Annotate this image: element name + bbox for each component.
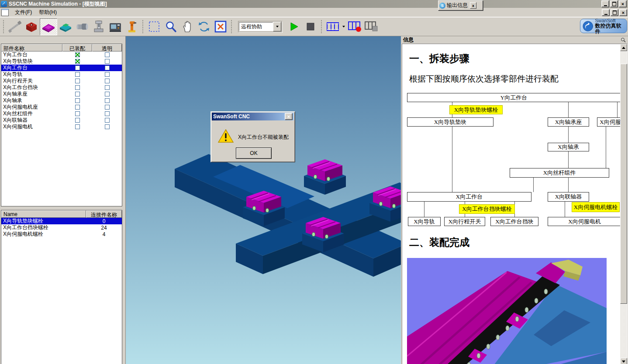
menu-file[interactable]: 文件(F) — [11, 8, 35, 17]
column-header-name[interactable]: Name — [1, 210, 86, 218]
part-row[interactable]: X向导轨 — [1, 71, 122, 78]
part-row[interactable]: X向伺服电机座 — [1, 104, 122, 110]
part-row[interactable]: X向丝杠组件 — [1, 110, 122, 117]
drill-machine-icon[interactable] — [90, 19, 107, 35]
column-header-connector-count[interactable]: 连接件名称 — [86, 210, 122, 218]
machine-bed-icon[interactable] — [57, 19, 74, 35]
checkbox-cell — [92, 105, 122, 110]
restore-button[interactable] — [610, 0, 618, 7]
app-icon[interactable] — [1, 1, 7, 7]
transparent-checkbox[interactable] — [105, 59, 110, 64]
output-close-button[interactable]: x — [470, 2, 476, 9]
model-viewport[interactable]: SwanSoft CNC × X向工作台不能被装配 OK — [126, 36, 401, 364]
rotate-icon[interactable] — [196, 19, 212, 35]
assembled-checkbox[interactable] — [75, 85, 80, 90]
remote-assist-dropdown[interactable]: 远程协助 — [238, 21, 282, 32]
part-row[interactable]: X向工作台 — [1, 65, 122, 71]
toolbar-grip[interactable] — [231, 20, 233, 34]
part-row[interactable]: Y向工作台 — [1, 52, 122, 58]
dialog-title-bar[interactable]: SwanSoft CNC × — [212, 113, 294, 120]
transparent-checkbox[interactable] — [105, 118, 110, 123]
transparent-checkbox[interactable] — [105, 105, 110, 110]
transparent-checkbox[interactable] — [105, 92, 110, 96]
toolbar-grip[interactable] — [142, 20, 144, 34]
connector-row[interactable]: X向导轨垫块螺栓0 — [1, 218, 122, 224]
record-animation-icon[interactable] — [346, 19, 363, 35]
gearbox-icon[interactable] — [23, 19, 40, 35]
child-window-icon[interactable] — [1, 9, 9, 16]
scroll-down-button[interactable] — [620, 358, 627, 364]
transparent-checkbox[interactable] — [105, 52, 110, 57]
chevron-down-icon[interactable] — [273, 22, 281, 31]
toolbar-grip[interactable] — [3, 20, 5, 34]
remote-assist-value[interactable]: 远程协助 — [239, 22, 273, 31]
dialog-close-button[interactable]: × — [285, 113, 293, 120]
assembled-checkbox[interactable] — [75, 92, 80, 96]
zoom-icon[interactable] — [162, 19, 179, 35]
assembled-checkbox[interactable] — [75, 52, 80, 57]
part-name: X向伺服电机 — [1, 123, 62, 130]
ballscrew-icon[interactable] — [7, 19, 23, 35]
checkbox-cell — [92, 92, 122, 96]
checkbox-cell — [62, 52, 92, 57]
ok-button[interactable]: OK — [236, 148, 272, 159]
coupling-icon[interactable] — [74, 19, 90, 35]
column-header-assembled[interactable]: 已装配 — [62, 44, 92, 52]
transparent-checkbox[interactable] — [105, 79, 110, 83]
connector-row[interactable]: X向伺服电机螺栓4 — [1, 231, 122, 237]
pin-icon[interactable] — [621, 38, 626, 43]
toolbar-grip[interactable] — [321, 20, 323, 34]
part-row[interactable]: X向轴承 — [1, 97, 122, 104]
transparent-checkbox[interactable] — [105, 85, 110, 90]
column-header-transparent[interactable]: 透明 — [92, 44, 122, 52]
assembled-checkbox[interactable] — [75, 105, 80, 110]
stop-animation-icon[interactable] — [302, 19, 319, 35]
assembled-checkbox[interactable] — [75, 124, 80, 129]
stop-record-icon[interactable] — [363, 19, 380, 35]
assembled-checkbox[interactable] — [75, 79, 80, 83]
transparent-checkbox[interactable] — [105, 124, 110, 129]
assembled-checkbox[interactable] — [75, 98, 80, 103]
part-row[interactable]: X向工作台挡块 — [1, 84, 122, 91]
transparent-checkbox[interactable] — [105, 98, 110, 103]
worktable-icon[interactable] — [40, 18, 57, 35]
assembled-checkbox[interactable] — [75, 65, 80, 70]
minimize-button[interactable] — [601, 0, 609, 7]
connector-table: Name 连接件名称 X向导轨垫块螺栓0X向工作台挡块螺栓24X向伺服电机螺栓4 — [1, 210, 122, 364]
scrollbar-thumb[interactable] — [620, 64, 627, 304]
column-header-part-name[interactable]: 部件名称 — [1, 44, 62, 52]
cnc-machine-icon[interactable] — [107, 19, 124, 35]
info-scrollbar[interactable] — [620, 44, 627, 364]
checkbox-cell — [62, 85, 92, 90]
play-record-icon[interactable] — [324, 19, 341, 35]
transparent-checkbox[interactable] — [105, 65, 110, 70]
pan-hand-icon[interactable] — [179, 19, 196, 35]
play-animation-icon[interactable] — [286, 19, 302, 35]
assembled-checkbox[interactable] — [75, 72, 80, 77]
fit-view-icon[interactable] — [212, 19, 229, 35]
part-row[interactable]: X向轴承座 — [1, 91, 122, 97]
part-row[interactable]: X向导轨垫块 — [1, 58, 122, 65]
chevron-down-icon[interactable] — [341, 26, 346, 27]
checkbox-cell — [92, 124, 122, 129]
child-restore-button[interactable] — [611, 9, 618, 16]
transparent-checkbox[interactable] — [105, 111, 110, 116]
assembled-checkbox[interactable] — [75, 59, 80, 64]
marquee-select-icon[interactable] — [146, 19, 162, 35]
menu-help[interactable]: 帮助(H) — [35, 8, 60, 17]
output-info-window[interactable]: S 输出信息 x — [438, 0, 483, 10]
close-button[interactable]: × — [619, 0, 627, 7]
machine-3d-scene[interactable] — [126, 36, 401, 364]
scroll-up-button[interactable] — [620, 44, 627, 51]
child-close-button[interactable]: × — [619, 9, 627, 16]
panel-splitter[interactable] — [0, 206, 123, 210]
child-minimize-button[interactable] — [602, 9, 610, 16]
robot-arm-icon[interactable] — [124, 19, 140, 35]
transparent-checkbox[interactable] — [105, 72, 110, 77]
part-row[interactable]: X向伺服电机 — [1, 124, 122, 130]
part-row[interactable]: X向联轴器 — [1, 117, 122, 124]
assembled-checkbox[interactable] — [75, 118, 80, 123]
part-row[interactable]: X向行程开关 — [1, 78, 122, 84]
connector-row[interactable]: X向工作台挡块螺栓24 — [1, 224, 122, 231]
assembled-checkbox[interactable] — [75, 111, 80, 116]
